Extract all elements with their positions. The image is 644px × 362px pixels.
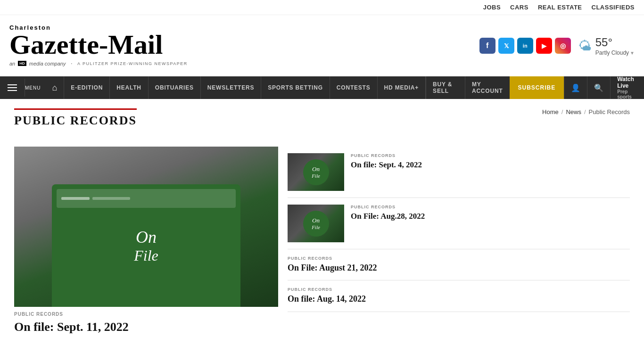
breadcrumb-home[interactable]: Home: [542, 108, 559, 115]
nav-hd-media[interactable]: HD MEDIA+: [378, 76, 426, 99]
header: Charleston Gazette - Mail an HD media co…: [0, 15, 644, 76]
menu-button[interactable]: [0, 79, 25, 97]
article-category: PUBLIC RECORDS: [351, 205, 425, 209]
main-nav: MENU ⌂ E-EDITION HEALTH OBITUARIES NEWSL…: [0, 76, 644, 99]
breadcrumb-sep-1: /: [561, 108, 563, 115]
breadcrumb-current: Public Records: [589, 108, 630, 115]
breadcrumb-news[interactable]: News: [566, 108, 581, 115]
featured-article: On File PUBLIC RECORDS On file: Sept. 11…: [14, 147, 278, 334]
weather-desc: Partly Cloudy ▼: [595, 49, 635, 57]
featured-image: On File: [14, 147, 278, 307]
facebook-icon[interactable]: f: [479, 38, 495, 54]
on-file-badge-sm: On File: [303, 159, 329, 185]
logo-media-text: media company: [29, 61, 66, 66]
logo-an: an: [9, 61, 15, 66]
watch-live-label: Watch Live: [617, 76, 637, 89]
weather-widget: 🌤 55° Partly Cloudy ▼: [578, 35, 635, 57]
logo-hdmedia: HD: [18, 61, 26, 66]
nav-sports-betting[interactable]: SPORTS BETTING: [261, 76, 330, 99]
twitter-icon[interactable]: 𝕏: [498, 38, 514, 54]
search-icon[interactable]: 🔍: [587, 76, 610, 99]
article-row: On File PUBLIC RECORDS On file: Sept. 4,…: [288, 147, 630, 198]
hamburger-line: [8, 87, 17, 88]
nav-links: E-EDITION HEALTH OBITUARIES NEWSLETTERS …: [64, 76, 426, 99]
article-category: PUBLIC RECORDS: [288, 256, 630, 261]
logo-pulitzer: A PULITZER PRIZE-WINNING NEWSPAPER: [77, 61, 188, 66]
nav-contests[interactable]: CONTESTS: [330, 76, 378, 99]
menu-label: MENU: [25, 85, 45, 90]
nav-my-account[interactable]: MY ACCOUNT: [465, 76, 510, 99]
hamburger-line: [8, 90, 17, 91]
page-title-section: PUBLIC RECORDS: [14, 108, 137, 128]
on-file-badge-featured: On File: [108, 208, 184, 283]
logo-hyphen: -: [99, 31, 108, 58]
top-bar: JOBS CARS REAL ESTATE CLASSIFIEDS: [0, 0, 644, 15]
article-info: PUBLIC RECORDS On file: Sept. 4, 2022: [351, 153, 422, 191]
social-icons: f 𝕏 in ▶ ◎: [479, 38, 571, 54]
weather-icon: 🌤: [578, 38, 592, 54]
subscribe-button[interactable]: SUBSCRIBE: [510, 76, 564, 99]
content-area: On File PUBLIC RECORDS On file: Sept. 11…: [14, 147, 630, 334]
realestate-link[interactable]: REAL ESTATE: [538, 4, 582, 11]
article-category: PUBLIC RECORDS: [288, 287, 630, 292]
logo-gazette: Gazette: [9, 33, 99, 57]
article-title[interactable]: On file: Sept. 4, 2022: [351, 160, 422, 170]
article-info: PUBLIC RECORDS On File: Aug.28, 2022: [351, 205, 425, 242]
logo-mail: Mail: [108, 31, 163, 58]
article-title[interactable]: On File: August 21, 2022: [288, 263, 630, 273]
classifieds-link[interactable]: CLASSIFIEDS: [592, 4, 635, 11]
article-title[interactable]: On file: Aug. 14, 2022: [288, 294, 630, 304]
page-title: PUBLIC RECORDS: [14, 114, 137, 128]
article-row: On File PUBLIC RECORDS On File: Aug.28, …: [288, 198, 630, 249]
home-nav-link[interactable]: ⌂: [45, 76, 64, 99]
nav-right: BUY & SELL MY ACCOUNT SUBSCRIBE 👤 🔍 Watc…: [426, 76, 644, 99]
article-row: PUBLIC RECORDS On file: Aug. 14, 2022: [288, 280, 630, 312]
nav-buy-sell[interactable]: BUY & SELL: [426, 76, 465, 99]
article-thumbnail: On File: [288, 205, 344, 242]
watch-live-button[interactable]: Watch Live Prep sports: [610, 76, 644, 99]
on-file-badge-sm: On File: [303, 211, 329, 237]
article-category: PUBLIC RECORDS: [351, 153, 422, 158]
article-list: On File PUBLIC RECORDS On file: Sept. 4,…: [288, 147, 630, 334]
breadcrumb-sep-2: /: [584, 108, 586, 115]
instagram-icon[interactable]: ◎: [555, 38, 571, 54]
article-title[interactable]: On File: Aug.28, 2022: [351, 211, 425, 222]
youtube-icon[interactable]: ▶: [536, 38, 552, 54]
hamburger-line: [8, 84, 17, 85]
logo: Charleston Gazette - Mail an HD media co…: [9, 20, 189, 72]
jobs-link[interactable]: JOBS: [483, 4, 501, 11]
linkedin-icon[interactable]: in: [517, 38, 533, 54]
header-right: f 𝕏 in ▶ ◎ 🌤 55° Partly Cloudy ▼: [479, 35, 635, 57]
account-icon[interactable]: 👤: [564, 76, 587, 99]
featured-category: PUBLIC RECORDS: [14, 312, 278, 317]
cars-link[interactable]: CARS: [510, 4, 528, 11]
nav-obituaries[interactable]: OBITUARIES: [149, 76, 201, 99]
nav-newsletters[interactable]: NEWSLETTERS: [201, 76, 261, 99]
prep-sports-label: Prep sports: [617, 89, 637, 99]
article-row: PUBLIC RECORDS On File: August 21, 2022: [288, 249, 630, 280]
nav-e-edition[interactable]: E-EDITION: [64, 76, 110, 99]
article-thumbnail: On File: [288, 153, 344, 191]
breadcrumb: Home / News / Public Records: [542, 108, 630, 115]
page-wrapper: PUBLIC RECORDS Home / News / Public Reco…: [0, 99, 644, 344]
featured-title[interactable]: On file: Sept. 11, 2022: [14, 320, 278, 334]
nav-health[interactable]: HEALTH: [110, 76, 149, 99]
weather-info: 55° Partly Cloudy ▼: [595, 35, 635, 57]
weather-temp: 55°: [595, 35, 635, 49]
